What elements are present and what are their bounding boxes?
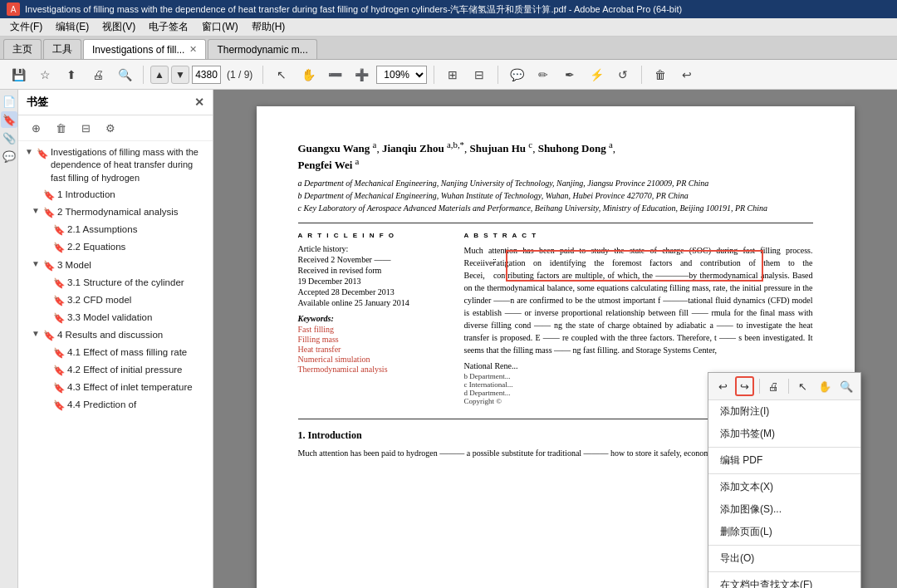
ctx-zoom-btn[interactable]: 🔍 [837, 376, 855, 396]
toolbar-sep-3 [434, 66, 434, 84]
tab-thermodynamic[interactable]: Thermodynamic m... [208, 39, 316, 59]
toolbar-zoom-out-btn[interactable]: ➖ [323, 64, 346, 86]
bookmark-icon-validation: 🔖 [53, 311, 65, 325]
ctx-add-bookmark[interactable]: 添加书签(M) [708, 423, 860, 445]
toolbar: 💾 ☆ ⬆ 🖨 🔍 ▲ ▼ (1 / 9) ↖ ✋ ➖ ➕ 109% 100% … [0, 60, 897, 90]
page-up-btn[interactable]: ▲ [150, 66, 169, 84]
bookmark-prediction[interactable]: 🔖 4.4 Prediction of [18, 396, 213, 414]
bookmark-icon-prediction: 🔖 [53, 399, 65, 412]
tab-home[interactable]: 主页 [3, 39, 42, 59]
toggle-intro [32, 188, 42, 199]
ctx-export[interactable]: 导出(O) [708, 547, 860, 570]
zoom-select[interactable]: 109% 100% 75% 125% 150% [376, 66, 427, 84]
toolbar-undo-btn[interactable]: ↩ [675, 64, 698, 86]
ctx-redo-btn[interactable]: ↪ [735, 376, 753, 396]
menu-window[interactable]: 窗口(W) [195, 18, 244, 36]
menu-view[interactable]: 视图(V) [96, 18, 142, 36]
toolbar-view2-btn[interactable]: ⊟ [468, 64, 491, 86]
toolbar-save-btn[interactable]: 💾 [7, 64, 30, 86]
ctx-delete-page[interactable]: 删除页面(L) [708, 521, 860, 543]
bookmark-root[interactable]: ▼ 🔖 Investigations of filling mass with … [18, 145, 213, 186]
bookmark-assumptions[interactable]: 🔖 2.1 Assumptions [18, 221, 213, 238]
context-menu[interactable]: ↩ ↪ 🖨 ↖ ✋ 🔍 添加附注(I) 添加书签(M) 编辑 PDF 添加文本(… [708, 372, 861, 588]
page-number-input[interactable] [192, 66, 221, 84]
toolbar-comment-btn[interactable]: 💬 [505, 64, 528, 86]
toolbar-zoom-in2-btn[interactable]: ➕ [350, 64, 373, 86]
toolbar-cursor-btn[interactable]: ↖ [270, 64, 293, 86]
toggle-validation [42, 311, 51, 322]
toolbar-sig1-btn[interactable]: ✒ [558, 64, 581, 86]
ctx-add-image[interactable]: 添加图像(S)... [708, 498, 860, 521]
panel-icon-pages[interactable]: 📄 [1, 93, 17, 110]
sidebar-content: ▼ 🔖 Investigations of filling mass with … [18, 141, 213, 588]
bookmark-label-assumptions: 2.1 Assumptions [67, 223, 209, 236]
abstract-text: Much attention has been paid to study th… [464, 244, 813, 356]
authors-text: Guangxu Wang a, Jianqiu Zhou a,b,*, Shuj… [298, 142, 616, 170]
toolbar-zoomin-btn[interactable]: 🔍 [113, 64, 136, 86]
ctx-hand-btn[interactable]: ✋ [816, 376, 834, 396]
ctx-find-text[interactable]: 在文档中查找文本(F) [708, 574, 860, 588]
tab-tools[interactable]: 工具 [43, 39, 81, 59]
sidebar-collapse-btn[interactable]: ⊟ [75, 119, 96, 137]
menu-sign[interactable]: 电子签名 [142, 18, 195, 36]
bookmark-label-intro: 1 Introduction [57, 188, 209, 201]
toolbar-view1-btn[interactable]: ⊞ [441, 64, 464, 86]
bookmark-icon-temperature: 🔖 [53, 381, 65, 394]
ctx-undo-btn[interactable]: ↩ [713, 376, 732, 396]
document-area[interactable]: Guangxu Wang a, Jianqiu Zhou a,b,*, Shuj… [213, 90, 897, 588]
tab-bar: 主页 工具 Investigations of fill... ✕ Thermo… [0, 37, 897, 60]
menu-file[interactable]: 文件(F) [3, 18, 49, 36]
toggle-thermo[interactable]: ▼ [32, 205, 42, 217]
ctx-add-comment[interactable]: 添加附注(I) [708, 400, 860, 423]
bookmark-label-equations: 2.2 Equations [67, 240, 209, 253]
navigation-group: ▲ ▼ (1 / 9) [150, 66, 256, 84]
panel-icon-attachments[interactable]: 📎 [1, 130, 17, 146]
bookmark-structure[interactable]: 🔖 3.1 Structure of the cylinder [18, 274, 213, 292]
toolbar-upload-btn[interactable]: ⬆ [60, 64, 83, 86]
bookmark-temperature[interactable]: 🔖 4.3 Effect of inlet temperature [18, 379, 213, 396]
available-date: Available online 25 January 2014 [298, 298, 448, 307]
ctx-sep-1 [759, 379, 760, 394]
sidebar-settings-btn[interactable]: ⚙ [100, 119, 121, 137]
ctx-cursor-btn[interactable]: ↖ [794, 376, 812, 396]
bookmark-results[interactable]: ▼ 🔖 4 Results and discussion [18, 326, 213, 344]
abstract-label: A B S T R A C T [464, 232, 813, 239]
page-down-btn[interactable]: ▼ [171, 66, 189, 84]
bookmark-icon-intro: 🔖 [43, 189, 55, 202]
bookmark-equations[interactable]: 🔖 2.2 Equations [18, 238, 213, 256]
bookmark-cfd[interactable]: 🔖 3.2 CFD model [18, 292, 213, 309]
bookmark-icon-filling-rate: 🔖 [53, 346, 65, 360]
ctx-sep-2 [788, 379, 789, 394]
toolbar-trash-btn[interactable]: 🗑 [649, 64, 672, 86]
tab-investigations[interactable]: Investigations of fill... ✕ [83, 39, 206, 59]
sidebar-expand-btn[interactable]: ⊕ [25, 119, 47, 137]
toolbar-hand-btn[interactable]: ✋ [297, 64, 320, 86]
panel-icon-bookmarks[interactable]: 🔖 [1, 111, 17, 128]
toggle-model[interactable]: ▼ [32, 258, 42, 270]
bookmark-validation[interactable]: 🔖 3.3 Model validation [18, 309, 213, 326]
bookmark-thermo[interactable]: ▼ 🔖 2 Thermodynamical analysis [18, 203, 213, 221]
bookmark-model[interactable]: ▼ 🔖 3 Model [18, 257, 213, 274]
menu-help[interactable]: 帮助(H) [245, 18, 292, 36]
bookmark-pressure[interactable]: 🔖 4.2 Effect of initial pressure [18, 361, 213, 379]
ctx-add-text[interactable]: 添加文本(X) [708, 476, 860, 498]
panel-icon-comments[interactable]: 💬 [1, 148, 17, 164]
bookmark-filling-rate[interactable]: 🔖 4.1 Effect of mass filling rate [18, 344, 213, 361]
toolbar-rotate-btn[interactable]: ↺ [611, 64, 635, 86]
toggle-results[interactable]: ▼ [32, 328, 42, 340]
ctx-print-btn[interactable]: 🖨 [765, 376, 783, 396]
toolbar-sig2-btn[interactable]: ⚡ [585, 64, 608, 86]
sidebar-delete-btn[interactable]: 🗑 [50, 119, 71, 137]
menu-edit[interactable]: 编辑(E) [49, 18, 96, 36]
main-area: 📄 🔖 📎 💬 书签 ✕ ⊕ 🗑 ⊟ ⚙ ▼ 🔖 Investigations … [0, 90, 897, 588]
sidebar-header: 书签 ✕ [18, 90, 213, 115]
bookmark-introduction[interactable]: 🔖 1 Introduction [18, 186, 213, 203]
tab-close-btn[interactable]: ✕ [189, 44, 197, 55]
toolbar-print-btn[interactable]: 🖨 [86, 64, 110, 86]
toolbar-pen-btn[interactable]: ✏ [532, 64, 555, 86]
ctx-edit-pdf[interactable]: 编辑 PDF [708, 449, 860, 472]
bookmark-label-cfd: 3.2 CFD model [67, 293, 209, 306]
toolbar-bookmark-btn[interactable]: ☆ [33, 64, 56, 86]
sidebar-close-btn[interactable]: ✕ [194, 96, 204, 109]
toggle-root[interactable]: ▼ [25, 146, 35, 158]
